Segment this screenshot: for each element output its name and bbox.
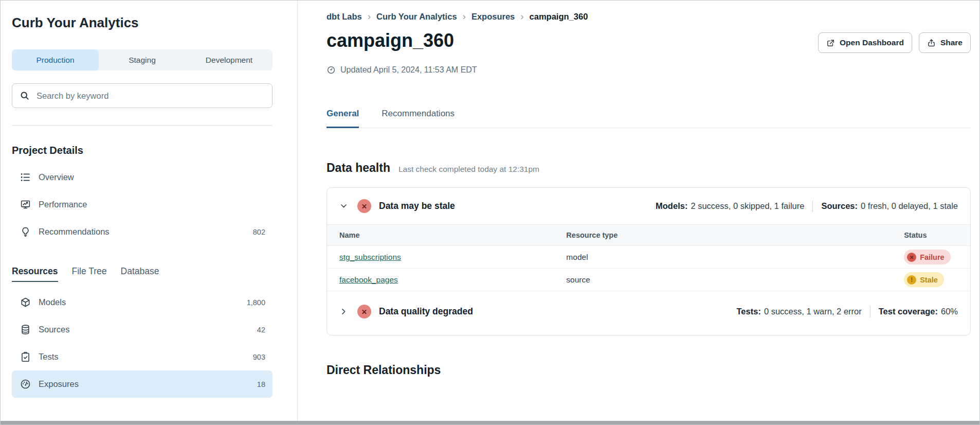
- table-header: Name Resource type Status: [327, 224, 970, 246]
- status-badge-stale: Stale: [904, 272, 944, 287]
- column-header-status: Status: [904, 231, 970, 239]
- sidebar-item-count: 903: [253, 353, 265, 361]
- breadcrumb-dbt-labs[interactable]: dbt Labs: [326, 12, 362, 22]
- data-health-card: Data may be stale Models:2 success, 0 sk…: [326, 187, 971, 335]
- updated-text: Updated April 5, 2024, 11:53 AM EDT: [340, 65, 477, 75]
- sources-stat: Sources:0 fresh, 0 delayed, 1 stale: [821, 201, 958, 211]
- title-row: campaign_360 Open Dashboard Share: [326, 30, 971, 53]
- breadcrumb: dbt Labs Curb Your Analytics Exposures c…: [326, 11, 971, 22]
- stale-group-row[interactable]: Data may be stale Models:2 success, 0 sk…: [327, 188, 970, 224]
- quality-group-stats: Tests:0 success, 1 warn, 2 error Test co…: [737, 306, 958, 317]
- sidebar-item-exposures[interactable]: Exposures 18: [12, 370, 273, 398]
- resource-tabs: Resources File Tree Database: [12, 266, 273, 282]
- resource-link-stg-subscriptions[interactable]: stg_subscriptions: [339, 253, 401, 261]
- stale-group-title: Data may be stale: [379, 201, 455, 211]
- breadcrumb-project[interactable]: Curb Your Analytics: [376, 12, 457, 22]
- x-circle-icon: [907, 253, 916, 262]
- sidebar-item-recommendations[interactable]: Recommendations 802: [12, 218, 273, 245]
- status-badge-label: Stale: [920, 276, 938, 284]
- sidebar-item-label: Overview: [39, 172, 74, 182]
- error-circle-icon: [357, 199, 371, 213]
- breadcrumb-exposures[interactable]: Exposures: [471, 12, 515, 22]
- sidebar-item-sources[interactable]: Sources 42: [12, 316, 273, 343]
- external-link-icon: [826, 39, 835, 47]
- resource-type-cell: model: [566, 253, 904, 262]
- sidebar-item-count: 1,800: [247, 298, 265, 307]
- search-icon: [20, 91, 30, 101]
- env-tab-staging[interactable]: Staging: [99, 49, 186, 70]
- column-header-resource-type: Resource type: [566, 231, 904, 239]
- database-icon: [20, 324, 31, 335]
- clock-icon: [326, 65, 336, 75]
- search-box[interactable]: [12, 83, 273, 108]
- window-bottom-edge: [1, 421, 979, 424]
- sidebar-item-count: 42: [257, 326, 265, 334]
- chevron-right-icon: [520, 11, 523, 22]
- open-dashboard-label: Open Dashboard: [840, 38, 904, 47]
- column-header-name: Name: [327, 231, 566, 239]
- search-input[interactable]: [35, 91, 265, 101]
- gauge-icon: [20, 379, 31, 389]
- project-details-heading: Project Details: [12, 145, 273, 156]
- last-check-text: Last check completed today at 12:31pm: [398, 165, 539, 174]
- breadcrumb-current: campaign_360: [530, 12, 588, 22]
- resource-link-facebook-pages[interactable]: facebook_pages: [339, 275, 398, 284]
- app-window: Curb Your Analytics Production Staging D…: [0, 0, 980, 425]
- environment-tabs: Production Staging Development: [12, 49, 273, 70]
- models-stat: Models:2 success, 0 skipped, 1 failure: [656, 201, 804, 211]
- tab-database[interactable]: Database: [121, 266, 159, 282]
- exclamation-circle-icon: [907, 275, 916, 285]
- resources-nav: Models 1,800 Sources 42 Tests 903: [12, 289, 273, 398]
- chevron-down-icon[interactable]: [339, 202, 348, 210]
- status-badge-label: Failure: [920, 253, 945, 261]
- tests-stat: Tests:0 success, 1 warn, 2 error: [737, 307, 862, 316]
- cube-icon: [20, 297, 31, 308]
- sidebar-item-overview[interactable]: Overview: [12, 164, 273, 191]
- share-label: Share: [940, 38, 963, 47]
- stat-divider: [870, 306, 870, 317]
- monitor-chart-icon: [20, 199, 31, 210]
- chevron-right-icon: [368, 11, 371, 22]
- sidebar-item-count: 802: [253, 228, 265, 236]
- page-tabs: General Recommendations: [326, 109, 971, 128]
- open-dashboard-button[interactable]: Open Dashboard: [818, 32, 912, 53]
- env-tab-development[interactable]: Development: [186, 49, 273, 70]
- stale-group-stats: Models:2 success, 0 skipped, 1 failure S…: [656, 201, 958, 212]
- sidebar-item-count: 18: [257, 380, 265, 388]
- main-content: dbt Labs Curb Your Analytics Exposures c…: [298, 1, 979, 424]
- sidebar-item-performance[interactable]: Performance: [12, 191, 273, 218]
- direct-relationships-title: Direct Relationships: [326, 363, 971, 377]
- chevron-right-icon: [463, 11, 466, 22]
- sidebar-item-label: Tests: [39, 352, 59, 362]
- share-icon: [927, 39, 936, 47]
- updated-timestamp: Updated April 5, 2024, 11:53 AM EDT: [326, 65, 971, 75]
- table-row: facebook_pages source Stale: [327, 269, 970, 291]
- quality-group-title: Data quality degraded: [379, 306, 473, 317]
- sidebar-item-label: Sources: [39, 325, 70, 334]
- lightbulb-icon: [20, 226, 31, 237]
- share-button[interactable]: Share: [919, 32, 971, 53]
- chevron-right-icon[interactable]: [339, 307, 348, 316]
- sidebar-item-tests[interactable]: Tests 903: [12, 343, 273, 370]
- status-badge-failure: Failure: [904, 250, 951, 264]
- list-icon: [20, 172, 31, 183]
- error-circle-icon: [357, 305, 371, 318]
- sidebar-project-title: Curb Your Analytics: [12, 15, 273, 31]
- sidebar-divider: [12, 125, 273, 126]
- sidebar-item-label: Models: [39, 297, 66, 307]
- stat-divider: [812, 201, 813, 212]
- page-actions: Open Dashboard Share: [818, 32, 971, 53]
- tab-recommendations[interactable]: Recommendations: [382, 109, 455, 128]
- data-health-title: Data health: [326, 161, 390, 175]
- clipboard-check-icon: [20, 351, 31, 362]
- tab-file-tree[interactable]: File Tree: [72, 266, 107, 282]
- data-health-header: Data health Last check completed today a…: [326, 161, 971, 175]
- resource-type-cell: source: [566, 275, 904, 285]
- tab-general[interactable]: General: [326, 109, 359, 128]
- env-tab-production[interactable]: Production: [12, 49, 99, 70]
- quality-group-row[interactable]: Data quality degraded Tests:0 success, 1…: [327, 291, 970, 335]
- table-row: stg_subscriptions model Failure: [327, 246, 970, 269]
- sidebar-item-label: Recommendations: [39, 227, 110, 237]
- sidebar-item-models[interactable]: Models 1,800: [12, 289, 273, 316]
- tab-resources[interactable]: Resources: [12, 266, 58, 282]
